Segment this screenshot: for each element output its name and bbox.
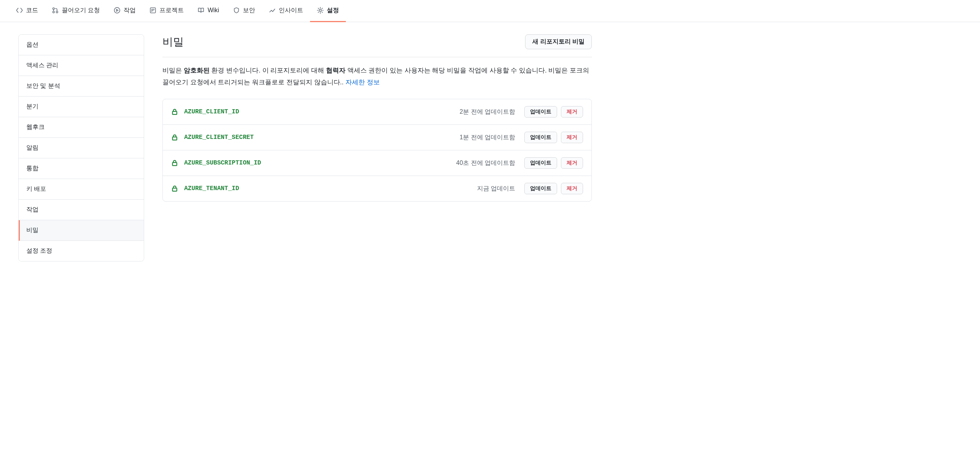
- nav-label: 설정: [327, 6, 339, 15]
- lock-icon: [171, 108, 178, 115]
- svg-point-5: [319, 9, 321, 11]
- secret-updated-time: 40초 전에 업데이트함: [456, 159, 515, 167]
- nav-label: 프로젝트: [159, 6, 184, 15]
- gear-icon: [317, 7, 324, 14]
- sidebar-item-label: 키 배포: [26, 185, 46, 192]
- nav-wiki[interactable]: Wiki: [191, 0, 226, 22]
- graph-icon: [269, 7, 276, 14]
- nav-settings[interactable]: 설정: [310, 0, 346, 22]
- secret-actions: 업데이트 제거: [524, 157, 583, 169]
- svg-rect-9: [172, 188, 177, 191]
- play-circle-icon: [114, 7, 120, 14]
- secret-updated-time: 지금 업데이트: [477, 185, 515, 193]
- secret-name: AZURE_TENANT_ID: [184, 185, 471, 192]
- remove-secret-button[interactable]: 제거: [561, 157, 583, 169]
- secret-name: AZURE_SUBSCRIPTION_ID: [184, 160, 450, 166]
- sidebar-item-label: 액세스 관리: [26, 62, 58, 68]
- nav-label: Wiki: [207, 7, 219, 14]
- svg-point-3: [114, 8, 120, 13]
- sidebar-item-secrets[interactable]: 비밀: [19, 220, 144, 241]
- nav-projects[interactable]: 프로젝트: [143, 0, 191, 22]
- sidebar-item-label: 웹후크: [26, 124, 45, 130]
- svg-rect-6: [172, 111, 177, 115]
- sidebar-item-deploy-keys[interactable]: 키 배포: [19, 179, 144, 200]
- lock-icon: [171, 134, 178, 141]
- learn-more-link[interactable]: 자세한 정보: [345, 79, 380, 86]
- sidebar-item-label: 비밀: [26, 227, 39, 233]
- secret-name: AZURE_CLIENT_ID: [184, 108, 453, 115]
- remove-secret-button[interactable]: 제거: [561, 106, 583, 118]
- secret-row: AZURE_CLIENT_SECRET 1분 전에 업데이트함 업데이트 제거: [163, 125, 591, 150]
- nav-label: 코드: [26, 6, 38, 15]
- sidebar-item-label: 통합: [26, 165, 39, 171]
- secret-updated-time: 2분 전에 업데이트함: [459, 108, 515, 116]
- secrets-description: 비밀은 암호화된 환경 변수입니다. 이 리포지토리에 대해 협력자 액세스 권…: [162, 65, 592, 88]
- sidebar-item-label: 옵션: [26, 41, 39, 48]
- shield-icon: [233, 7, 240, 14]
- nav-code[interactable]: 코드: [9, 0, 45, 22]
- secret-row: AZURE_SUBSCRIPTION_ID 40초 전에 업데이트함 업데이트 …: [163, 150, 591, 176]
- nav-actions[interactable]: 작업: [107, 0, 143, 22]
- update-secret-button[interactable]: 업데이트: [524, 157, 557, 169]
- lock-icon: [171, 185, 178, 192]
- new-secret-button[interactable]: 새 리포지토리 비밀: [525, 34, 592, 49]
- sidebar-item-branches[interactable]: 분기: [19, 97, 144, 117]
- secret-actions: 업데이트 제거: [524, 183, 583, 194]
- sidebar-item-label: 작업: [26, 206, 39, 213]
- content: 옵션 액세스 관리 보안 및 분석 분기 웹후크 알림 통합 키 배포 작업 비…: [0, 22, 610, 274]
- page-title: 비밀: [162, 35, 184, 49]
- main-content: 비밀 새 리포지토리 비밀 비밀은 암호화된 환경 변수입니다. 이 리포지토리…: [162, 34, 592, 261]
- update-secret-button[interactable]: 업데이트: [524, 183, 557, 194]
- secret-actions: 업데이트 제거: [524, 106, 583, 118]
- sidebar-item-security-analysis[interactable]: 보안 및 분석: [19, 76, 144, 97]
- nav-security[interactable]: 보안: [226, 0, 262, 22]
- project-icon: [149, 7, 156, 14]
- nav-pull-requests[interactable]: 끌어오기 요청: [45, 0, 107, 22]
- nav-label: 보안: [243, 6, 255, 15]
- nav-label: 인사이트: [279, 6, 303, 15]
- secret-name: AZURE_CLIENT_SECRET: [184, 134, 453, 141]
- git-pull-icon: [52, 7, 59, 14]
- sidebar-item-moderation[interactable]: 설정 조정: [19, 241, 144, 261]
- sidebar-item-label: 설정 조정: [26, 247, 52, 254]
- secrets-list: AZURE_CLIENT_ID 2분 전에 업데이트함 업데이트 제거 AZUR…: [162, 99, 592, 202]
- sidebar-item-options[interactable]: 옵션: [19, 35, 144, 55]
- secret-actions: 업데이트 제거: [524, 132, 583, 143]
- sidebar-item-actions[interactable]: 작업: [19, 200, 144, 220]
- sidebar-item-label: 보안 및 분석: [26, 82, 60, 89]
- sidebar-item-access[interactable]: 액세스 관리: [19, 55, 144, 76]
- remove-secret-button[interactable]: 제거: [561, 132, 583, 143]
- remove-secret-button[interactable]: 제거: [561, 183, 583, 194]
- code-icon: [16, 7, 23, 14]
- secret-updated-time: 1분 전에 업데이트함: [459, 134, 515, 142]
- top-nav: 코드 끌어오기 요청 작업 프로젝트 Wiki 보안 인사이트 설정: [0, 0, 980, 22]
- sidebar-item-notifications[interactable]: 알림: [19, 138, 144, 158]
- book-icon: [198, 7, 204, 14]
- nav-label: 작업: [124, 6, 136, 15]
- settings-sidebar: 옵션 액세스 관리 보안 및 분석 분기 웹후크 알림 통합 키 배포 작업 비…: [18, 34, 144, 261]
- svg-rect-7: [172, 137, 177, 140]
- sidebar-item-webhooks[interactable]: 웹후크: [19, 117, 144, 138]
- sidebar-item-label: 알림: [26, 144, 39, 151]
- secret-row: AZURE_TENANT_ID 지금 업데이트 업데이트 제거: [163, 176, 591, 201]
- secret-row: AZURE_CLIENT_ID 2분 전에 업데이트함 업데이트 제거: [163, 99, 591, 125]
- nav-insights[interactable]: 인사이트: [262, 0, 310, 22]
- lock-icon: [171, 160, 178, 166]
- update-secret-button[interactable]: 업데이트: [524, 106, 557, 118]
- nav-label: 끌어오기 요청: [62, 6, 100, 15]
- page-header: 비밀 새 리포지토리 비밀: [162, 34, 592, 57]
- update-secret-button[interactable]: 업데이트: [524, 132, 557, 143]
- sidebar-item-label: 분기: [26, 103, 39, 110]
- svg-rect-8: [172, 163, 177, 166]
- sidebar-item-integrations[interactable]: 통합: [19, 158, 144, 179]
